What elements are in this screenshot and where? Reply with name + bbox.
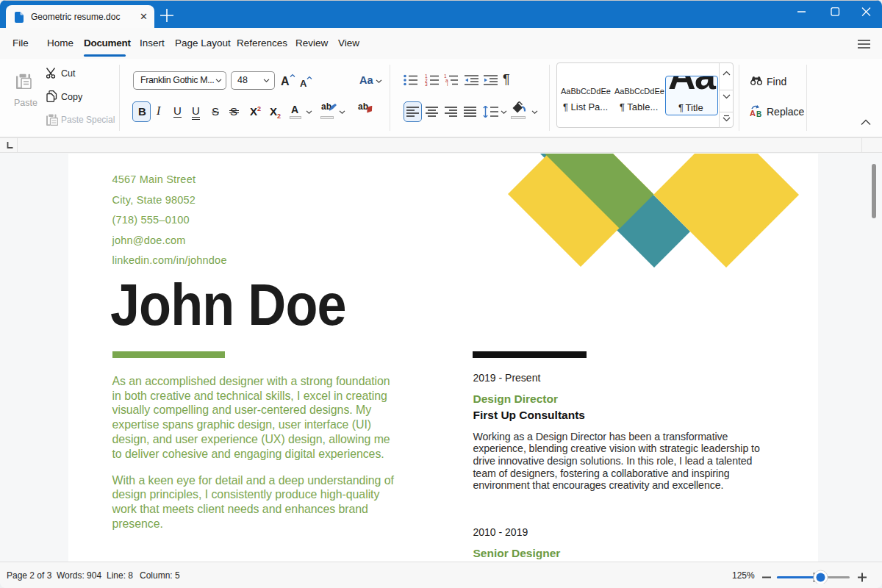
svg-text:A: A <box>750 109 756 117</box>
svg-text:i: i <box>447 82 448 86</box>
svg-text:B: B <box>756 110 761 117</box>
svg-text:3: 3 <box>425 82 428 86</box>
